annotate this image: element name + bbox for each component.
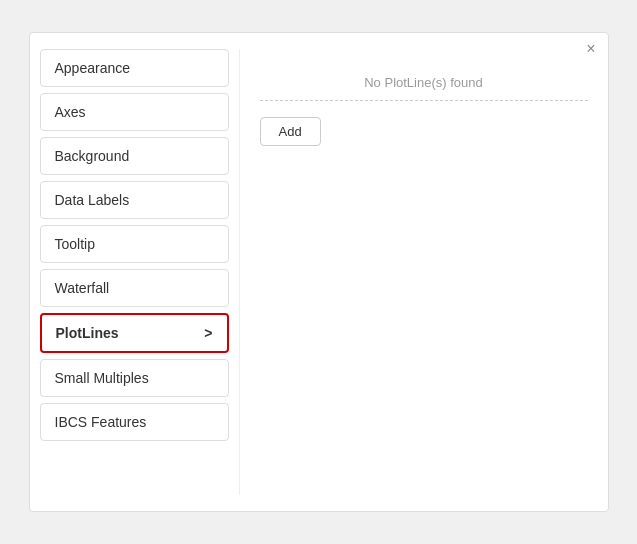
sidebar-item-plotlines[interactable]: PlotLines> [40,313,229,353]
sidebar-item-axes[interactable]: Axes [40,93,229,131]
close-button[interactable]: × [586,41,595,57]
sidebar-item-tooltip[interactable]: Tooltip [40,225,229,263]
sidebar-item-label: IBCS Features [55,414,147,430]
sidebar-item-waterfall[interactable]: Waterfall [40,269,229,307]
sidebar-item-label: Small Multiples [55,370,149,386]
dialog: × AppearanceAxesBackgroundData LabelsToo… [29,32,609,512]
sidebar: AppearanceAxesBackgroundData LabelsToolt… [30,49,240,495]
sidebar-item-label: PlotLines [56,325,119,341]
sidebar-item-label: Data Labels [55,192,130,208]
dialog-body: AppearanceAxesBackgroundData LabelsToolt… [30,33,608,511]
sidebar-item-background[interactable]: Background [40,137,229,175]
sidebar-item-appearance[interactable]: Appearance [40,49,229,87]
sidebar-item-label: Waterfall [55,280,110,296]
sidebar-item-small-multiples[interactable]: Small Multiples [40,359,229,397]
sidebar-item-label: Tooltip [55,236,95,252]
sidebar-item-label: Axes [55,104,86,120]
sidebar-item-ibcs-features[interactable]: IBCS Features [40,403,229,441]
sidebar-item-label: Background [55,148,130,164]
sidebar-item-data-labels[interactable]: Data Labels [40,181,229,219]
chevron-right-icon: > [204,325,212,341]
add-button[interactable]: Add [260,117,321,146]
no-items-message: No PlotLine(s) found [260,65,588,101]
main-content: No PlotLine(s) found Add [240,49,608,495]
sidebar-item-label: Appearance [55,60,131,76]
